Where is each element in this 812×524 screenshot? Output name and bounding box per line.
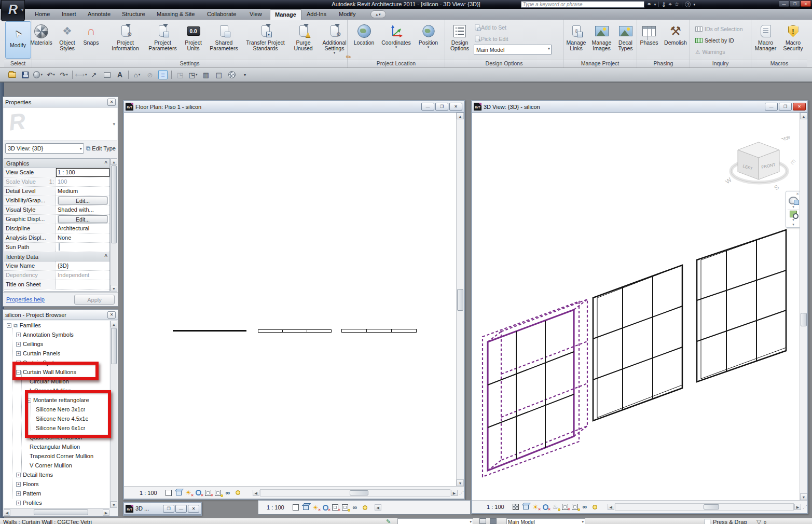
project-browser-close-icon[interactable]: ✕ [107, 311, 116, 319]
modify-button[interactable]: ➤ Modify [5, 21, 31, 59]
aligned-dimension-button[interactable]: ↗ [89, 70, 99, 79]
tree-item-families[interactable]: −⧉Families [4, 321, 109, 330]
additional-settings-button[interactable]: ⚙ Additional Settings ▾ [319, 21, 351, 56]
press-drag-checkbox[interactable] [705, 519, 710, 524]
project-parameters-button[interactable]: Project Parameters [146, 21, 180, 52]
scroll-left-icon[interactable]: ◀ [608, 504, 614, 510]
tree-item-rectangular-mullion[interactable]: Rectangular Mullion [4, 442, 109, 451]
tab-add-ins[interactable]: Add-Ins [302, 9, 331, 20]
tree-item-floors[interactable]: +Floors [4, 479, 109, 489]
reveal-hidden-icon[interactable] [590, 503, 599, 511]
shadows-icon[interactable]: ✕ [541, 503, 550, 511]
active-workset-select[interactable]: ▾ [397, 518, 473, 524]
browser-horizontal-scrollbar[interactable]: ◀ ▶ [4, 508, 109, 516]
sync-button[interactable]: ▾ [33, 70, 43, 79]
scroll-up-icon[interactable]: ▲ [800, 113, 807, 119]
reveal-hidden-icon[interactable] [233, 489, 242, 497]
scroll-thumb[interactable] [34, 509, 88, 515]
detail-level-icon[interactable] [521, 503, 530, 511]
tab-insert[interactable]: Insert [57, 9, 81, 20]
coordinates-button[interactable]: Coordinates ▾ [379, 21, 414, 50]
visibility-edit-button[interactable]: Edit... [58, 197, 107, 204]
prop-row-view-name[interactable]: View Name{3D} [4, 261, 109, 271]
scroll-thumb[interactable] [457, 289, 463, 311]
prop-row-visibility[interactable]: Visibility/Grap...Edit... [4, 196, 109, 205]
edit-type-button[interactable]: ⧉ Edit Type [86, 145, 116, 152]
macro-security-button[interactable]: ! Macro Security [780, 21, 806, 52]
floor-plan-titlebar[interactable]: RVT Floor Plan: Piso 1 - silicon — ❐ ✕ [124, 101, 464, 113]
scroll-right-icon[interactable]: ▶ [451, 490, 458, 496]
scroll-up-icon[interactable]: ▲ [111, 158, 117, 165]
visual-style-icon[interactable] [512, 503, 520, 511]
undo-button[interactable]: ↶▾ [46, 70, 56, 79]
browser-vertical-scrollbar[interactable]: ▲ ▼ [110, 321, 117, 508]
decal-types-button[interactable]: Decal Types [615, 21, 636, 52]
render-icon[interactable]: ♨ [551, 503, 560, 511]
editing-requests-icon[interactable]: ✎ [386, 518, 391, 524]
close-button[interactable]: ✕ [801, 1, 811, 7]
manage-images-button[interactable]: Manage Images [590, 21, 614, 52]
view-3d-vscrollbar[interactable]: ▲ ▼ [800, 113, 807, 500]
scroll-right-icon[interactable]: ▶ [794, 504, 801, 510]
floor-plan-canvas[interactable]: ▲ ▼ [124, 113, 464, 486]
properties-header[interactable]: Properties ✕ [3, 97, 118, 107]
open-button[interactable] [7, 70, 17, 79]
design-options-button[interactable]: Design Options [447, 21, 472, 52]
sun-path-icon[interactable]: ☀✕ [184, 489, 193, 497]
reveal-hidden-icon[interactable] [361, 503, 369, 512]
scroll-up-icon[interactable]: ▲ [457, 113, 464, 119]
close-hidden-windows-button[interactable]: ◳ [175, 70, 185, 79]
tree-item-curtain-panels[interactable]: +Curtain Panels [4, 349, 109, 358]
scroll-thumb[interactable] [801, 313, 807, 326]
scale-label[interactable]: 1 : 100 [487, 504, 504, 510]
maximize-button[interactable]: ❐ [790, 1, 800, 7]
navbar-expand-icon[interactable]: ▾ [792, 223, 794, 227]
minimize-button[interactable]: — [779, 1, 789, 7]
view-3d-hscrollbar[interactable] [615, 503, 794, 511]
search-input[interactable] [521, 1, 644, 8]
visual-style-icon[interactable] [301, 503, 310, 512]
snaps-button[interactable]: ∩ Snaps [81, 21, 102, 47]
resize-grip[interactable]: ⋰ [459, 490, 464, 495]
select-by-id-button[interactable]: Select by ID [693, 35, 736, 46]
tab-collaborate[interactable]: Collaborate [202, 9, 241, 20]
collapse-icon[interactable]: ^ [104, 160, 107, 166]
tree-item-ceilings[interactable]: +Ceilings [4, 339, 109, 349]
sun-path-icon[interactable]: ☀✕ [531, 503, 540, 511]
close-button[interactable]: ✕ [449, 103, 462, 111]
section-button[interactable]: ⊘ [145, 70, 155, 79]
macro-manager-button[interactable]: Macro Manager [753, 21, 779, 52]
tab-structure[interactable]: Structure [117, 9, 150, 20]
restore-button[interactable]: ❐ [163, 505, 174, 513]
scroll-thumb[interactable] [111, 166, 117, 243]
search-dropdown-icon[interactable]: ▾ [654, 1, 656, 8]
apply-button[interactable]: Apply [74, 295, 115, 305]
temporary-hide-icon[interactable]: ∞ [224, 489, 232, 497]
scroll-down-icon[interactable]: ▼ [111, 285, 117, 292]
application-button[interactable]: R ▾ [1, 0, 25, 21]
sun-path-checkbox[interactable] [59, 243, 60, 251]
preview-dropdown-icon[interactable]: ▾ [113, 121, 115, 127]
tree-item-profiles[interactable]: +Profiles [4, 498, 109, 507]
text-button[interactable]: A [115, 70, 125, 79]
plan-wall-curtain-2[interactable] [341, 329, 417, 333]
svg-text:W[interactable]: W [724, 176, 733, 185]
temporary-hide-icon[interactable]: ∞ [351, 503, 360, 512]
help-icon[interactable]: ? [685, 2, 691, 7]
shadows-icon[interactable]: ✕ [194, 489, 203, 497]
tree-item-pattern[interactable]: +Pattern [4, 489, 109, 498]
redo-button[interactable]: ↷▾ [59, 70, 68, 79]
show-crop-icon[interactable] [571, 503, 580, 511]
visual-style-icon[interactable] [174, 489, 183, 497]
user-interface-button[interactable]: ▤ [214, 70, 224, 79]
shadows-icon[interactable]: ✕ [321, 503, 330, 512]
svg-text:S[interactable]: S [773, 183, 780, 191]
scroll-up-icon[interactable]: ▲ [111, 321, 117, 327]
location-button[interactable]: Location [351, 21, 378, 47]
tab-home[interactable]: Home [30, 9, 54, 20]
filter-funnel-icon[interactable]: ▽ [756, 518, 761, 524]
prop-row-graphic-display[interactable]: Graphic Displ...Edit... [4, 215, 109, 224]
tab-annotate[interactable]: Annotate [83, 9, 115, 20]
prop-row-sun-path[interactable]: Sun Path [4, 243, 109, 252]
render-gallery-button[interactable] [227, 70, 237, 79]
